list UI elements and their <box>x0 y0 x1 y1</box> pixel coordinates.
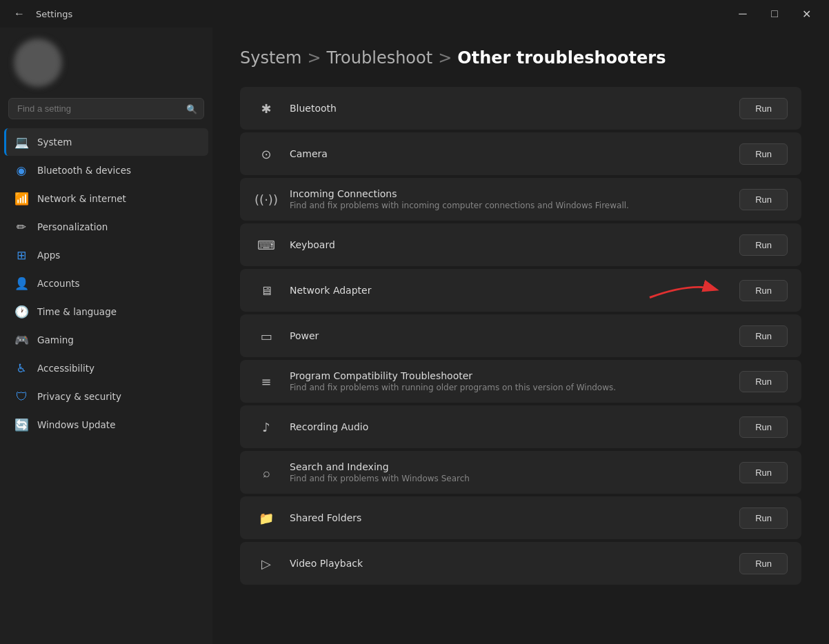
camera-run-button[interactable]: Run <box>739 143 788 165</box>
sidebar-label-accounts: Accounts <box>37 278 80 289</box>
power-title: Power <box>290 330 728 341</box>
ts-item-shared-folders: 📁 Shared Folders Run <box>240 496 801 539</box>
program-compat-info: Program Compatibility Troubleshooter Fin… <box>279 370 739 392</box>
accessibility-icon: ♿ <box>14 361 29 375</box>
power-run-button[interactable]: Run <box>739 325 788 347</box>
sidebar-label-privacy: Privacy & security <box>37 391 121 402</box>
titlebar-title: Settings <box>36 9 72 19</box>
bluetooth-icon: ✱ <box>254 101 279 116</box>
sidebar-label-personalization: Personalization <box>37 221 108 232</box>
power-info: Power <box>279 330 739 341</box>
sidebar-item-personalization[interactable]: ✏️ Personalization <box>4 213 208 241</box>
ts-item-keyboard: ⌨ Keyboard Run <box>240 223 801 266</box>
search-box: 🔍 <box>8 98 204 119</box>
close-button[interactable]: ✕ <box>790 3 822 25</box>
search-input[interactable] <box>8 98 204 119</box>
program-compat-title: Program Compatibility Troubleshooter <box>290 370 728 381</box>
sidebar-item-bluetooth[interactable]: ◉ Bluetooth & devices <box>4 157 208 184</box>
camera-title: Camera <box>290 148 728 159</box>
ts-item-program-compat: ≡ Program Compatibility Troubleshooter F… <box>240 360 801 403</box>
recording-audio-icon: ♪ <box>254 420 279 434</box>
minimize-button[interactable]: ─ <box>727 3 759 25</box>
apps-icon: ⊞ <box>14 248 29 262</box>
sidebar-item-system[interactable]: 💻 System <box>4 128 208 156</box>
ts-item-search-indexing: ⌕ Search and Indexing Find and fix probl… <box>240 451 801 494</box>
ts-item-video-playback: ▷ Video Playback Run <box>240 542 801 585</box>
camera-info: Camera <box>279 148 739 159</box>
sidebar-item-apps[interactable]: ⊞ Apps <box>4 241 208 269</box>
sidebar-nav: 💻 System ◉ Bluetooth & devices 📶 Network… <box>0 128 212 439</box>
bluetooth-run-button[interactable]: Run <box>739 98 788 119</box>
sidebar-label-network: Network & internet <box>37 193 126 204</box>
power-icon: ▭ <box>254 329 279 343</box>
ts-item-incoming: ((·)) Incoming Connections Find and fix … <box>240 178 801 221</box>
personalization-icon: ✏️ <box>14 220 29 234</box>
breadcrumb-sep2: > <box>438 48 452 68</box>
search-indexing-run-button[interactable]: Run <box>739 462 788 483</box>
sidebar-item-privacy[interactable]: 🛡 Privacy & security <box>4 383 208 410</box>
program-compat-desc: Find and fix problems with running older… <box>290 383 728 392</box>
shared-folders-title: Shared Folders <box>290 512 728 523</box>
program-compat-run-button[interactable]: Run <box>739 371 788 392</box>
ts-item-network-adapter: 🖥 Network Adapter Run <box>240 269 801 312</box>
sidebar-item-gaming[interactable]: 🎮 Gaming <box>4 326 208 354</box>
system-icon: 💻 <box>14 135 29 149</box>
privacy-icon: 🛡 <box>14 390 29 403</box>
shared-folders-icon: 📁 <box>254 511 279 525</box>
video-playback-run-button[interactable]: Run <box>739 553 788 574</box>
incoming-desc: Find and fix problems with incoming comp… <box>290 201 728 210</box>
titlebar-controls: ─ □ ✕ <box>727 3 822 25</box>
bluetooth-title: Bluetooth <box>290 103 728 114</box>
network-adapter-icon: 🖥 <box>254 283 279 298</box>
sidebar-label-gaming: Gaming <box>37 334 74 345</box>
back-button[interactable]: ← <box>10 4 29 23</box>
network-adapter-title: Network Adapter <box>290 285 728 296</box>
ts-item-power: ▭ Power Run <box>240 314 801 357</box>
titlebar-left: ← Settings <box>10 4 72 23</box>
update-icon: 🔄 <box>14 418 29 432</box>
sidebar-item-time[interactable]: 🕐 Time & language <box>4 298 208 325</box>
network-adapter-run-button[interactable]: Run <box>739 280 788 301</box>
video-playback-title: Video Playback <box>290 558 728 569</box>
keyboard-title: Keyboard <box>290 239 728 250</box>
breadcrumb-system: System <box>240 48 302 68</box>
shared-folders-run-button[interactable]: Run <box>739 507 788 529</box>
incoming-info: Incoming Connections Find and fix proble… <box>279 188 739 210</box>
network-icon: 📶 <box>14 192 29 205</box>
sidebar-item-accessibility[interactable]: ♿ Accessibility <box>4 354 208 382</box>
keyboard-run-button[interactable]: Run <box>739 234 788 256</box>
program-compat-icon: ≡ <box>254 374 279 389</box>
search-indexing-info: Search and Indexing Find and fix problem… <box>279 461 739 483</box>
gaming-icon: 🎮 <box>14 333 29 347</box>
recording-audio-info: Recording Audio <box>279 421 739 432</box>
sidebar-item-network[interactable]: 📶 Network & internet <box>4 185 208 212</box>
breadcrumb-sep1: > <box>308 48 321 68</box>
keyboard-info: Keyboard <box>279 239 739 250</box>
troubleshooter-list: ✱ Bluetooth Run ⊙ Camera Run ((·)) Incom… <box>240 87 801 587</box>
sidebar-label-update: Windows Update <box>37 419 115 430</box>
search-indexing-icon: ⌕ <box>254 465 279 480</box>
titlebar: ← Settings ─ □ ✕ <box>0 0 829 28</box>
sidebar-label-accessibility: Accessibility <box>37 363 94 374</box>
keyboard-icon: ⌨ <box>254 238 279 252</box>
breadcrumb: System > Troubleshoot > Other troublesho… <box>240 48 801 68</box>
breadcrumb-troubleshoot: Troubleshoot <box>327 48 433 68</box>
search-indexing-title: Search and Indexing <box>290 461 728 472</box>
incoming-run-button[interactable]: Run <box>739 189 788 210</box>
incoming-icon: ((·)) <box>254 192 279 207</box>
ts-item-recording-audio: ♪ Recording Audio Run <box>240 405 801 448</box>
video-playback-info: Video Playback <box>279 558 739 569</box>
maximize-button[interactable]: □ <box>759 3 790 25</box>
ts-item-camera: ⊙ Camera Run <box>240 132 801 175</box>
sidebar-item-accounts[interactable]: 👤 Accounts <box>4 270 208 297</box>
recording-audio-run-button[interactable]: Run <box>739 416 788 438</box>
time-icon: 🕐 <box>14 305 29 319</box>
sidebar-label-system: System <box>37 137 72 148</box>
accounts-icon: 👤 <box>14 276 29 290</box>
network-adapter-info: Network Adapter <box>279 285 739 296</box>
camera-icon: ⊙ <box>254 147 279 161</box>
bluetooth-info: Bluetooth <box>279 103 739 114</box>
sidebar-item-update[interactable]: 🔄 Windows Update <box>4 411 208 439</box>
sidebar-label-apps: Apps <box>37 250 60 261</box>
incoming-title: Incoming Connections <box>290 188 728 199</box>
